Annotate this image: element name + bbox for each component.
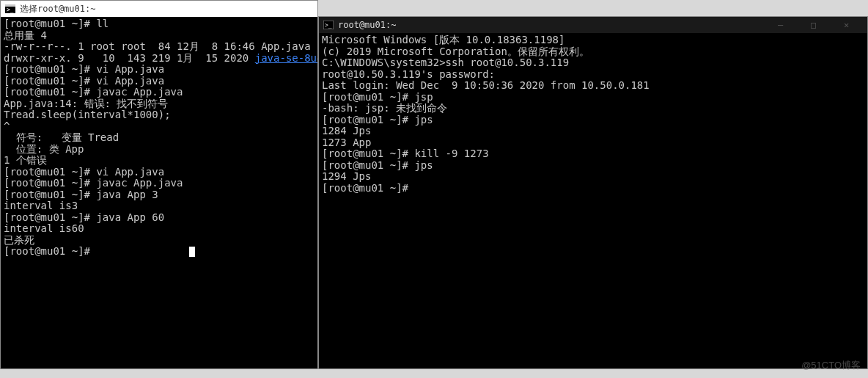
terminal-line: root@10.50.3.119's password: xyxy=(322,69,864,81)
terminal-window-left: >_ 选择root@mu01:~ [root@mu01 ~]# ll总用量 4-… xyxy=(0,0,318,369)
terminal-line: C:\WINDOWS\system32>ssh root@10.50.3.119 xyxy=(322,57,864,69)
minimize-button[interactable]: — xyxy=(764,17,797,33)
terminal-line: interval is60 xyxy=(4,223,315,235)
cmd-icon: >_ xyxy=(5,4,15,14)
terminal-text: [root@mu01 ~]# vi App.java xyxy=(4,166,164,178)
terminal-text: (c) 2019 Microsoft Corporation。保留所有权利。 xyxy=(322,46,589,57)
terminal-line: [root@mu01 ~]# vi App.java xyxy=(4,64,315,76)
terminal-text: [root@mu01 ~]# vi App.java xyxy=(4,75,164,87)
titlebar-right[interactable]: >_ root@mu01:~ — □ ✕ xyxy=(319,17,867,33)
terminal-text: 符号: 变量 Tread xyxy=(4,131,119,143)
terminal-text: [root@mu01 ~]# xyxy=(4,245,189,257)
cmd-icon: >_ xyxy=(323,20,334,30)
terminal-line: 位置: 类 App xyxy=(4,144,315,156)
terminal-text: 总用量 4 xyxy=(4,29,47,41)
terminal-line: [root@mu01 ~]# xyxy=(4,246,315,258)
terminal-line: [root@mu01 ~]# java App 60 xyxy=(4,212,315,224)
terminal-text: root@10.50.3.119's password: xyxy=(322,68,495,80)
terminal-window-right: >_ root@mu01:~ — □ ✕ Microsoft Windows [… xyxy=(318,16,868,369)
svg-text:>_: >_ xyxy=(7,7,14,13)
terminal-line: Microsoft Windows [版本 10.0.18363.1198] xyxy=(322,34,864,46)
watermark: @51CTO博客 xyxy=(801,359,861,372)
terminal-text: -bash: jsp: 未找到命令 xyxy=(322,102,447,114)
terminal-line: -bash: jsp: 未找到命令 xyxy=(322,103,864,115)
terminal-text: 已杀死 xyxy=(4,234,34,246)
terminal-text: C:\WINDOWS\system32>ssh root@10.50.3.119 xyxy=(322,57,569,68)
titlebar-left[interactable]: >_ 选择root@mu01:~ xyxy=(1,1,317,17)
terminal-text: [root@mu01 ~]# xyxy=(322,182,408,194)
terminal-line: [root@mu01 ~]# jps xyxy=(322,115,864,126)
terminal-line: 1 个错误 xyxy=(4,155,315,167)
window-title-right: root@mu01:~ xyxy=(338,20,764,30)
terminal-line: [root@mu01 ~]# javac App.java xyxy=(4,87,315,98)
terminal-text: App.java:14: 错误: 找不到符号 xyxy=(4,98,168,109)
terminal-line: 符号: 变量 Tread xyxy=(4,132,315,144)
terminal-text: interval is3 xyxy=(4,200,78,211)
terminal-text: 1273 App xyxy=(322,137,371,148)
terminal-line: 1284 Jps xyxy=(322,126,864,137)
terminal-body-left[interactable]: [root@mu01 ~]# ll总用量 4-rw-r--r--. 1 root… xyxy=(1,17,317,368)
terminal-line: [root@mu01 ~]# vi App.java xyxy=(4,76,315,87)
terminal-text: 1294 Jps xyxy=(322,170,371,182)
terminal-text: Microsoft Windows [版本 10.0.18363.1198] xyxy=(322,34,564,46)
terminal-text: -rw-r--r--. 1 root root 84 12月 8 16:46 A… xyxy=(4,40,311,52)
terminal-line: 总用量 4 xyxy=(4,30,315,42)
terminal-text: [root@mu01 ~]# jps xyxy=(322,159,433,171)
terminal-text: ^ xyxy=(4,120,10,132)
terminal-line: [root@mu01 ~]# kill -9 1273 xyxy=(322,148,864,160)
terminal-text: [root@mu01 ~]# javac App.java xyxy=(4,177,183,189)
window-title-left: 选择root@mu01:~ xyxy=(20,3,313,15)
terminal-line: 已杀死 xyxy=(4,235,315,247)
terminal-line: interval is3 xyxy=(4,200,315,212)
terminal-line: [root@mu01 ~]# vi App.java xyxy=(4,167,315,178)
terminal-line: [root@mu01 ~]# jsp xyxy=(322,92,864,103)
terminal-line: Tread.sleep(interval*1000); xyxy=(4,109,315,121)
close-button[interactable]: ✕ xyxy=(830,17,863,33)
terminal-line: [root@mu01 ~]# javac App.java xyxy=(4,178,315,189)
terminal-line: [root@mu01 ~]# jps xyxy=(322,160,864,172)
terminal-line: Last login: Wed Dec 9 10:50:36 2020 from… xyxy=(322,80,864,92)
terminal-text: [root@mu01 ~]# jps xyxy=(322,114,433,126)
cursor xyxy=(189,247,195,257)
window-controls: — □ ✕ xyxy=(764,17,863,33)
terminal-text: [root@mu01 ~]# javac App.java xyxy=(4,86,183,98)
terminal-text: [root@mu01 ~]# java App 60 xyxy=(4,211,164,223)
terminal-line: [root@mu01 ~]# ll xyxy=(4,18,315,30)
svg-text:>_: >_ xyxy=(325,22,332,29)
terminal-text: Last login: Wed Dec 9 10:50:36 2020 from… xyxy=(322,79,650,91)
terminal-line: ^ xyxy=(4,121,315,133)
terminal-text: drwxr-xr-x. 9 10 143 219 1月 15 2020 xyxy=(4,52,255,64)
terminal-line: [root@mu01 ~]# java App 3 xyxy=(4,189,315,201)
terminal-line: drwxr-xr-x. 9 10 143 219 1月 15 2020 java… xyxy=(4,53,315,65)
maximize-button[interactable]: □ xyxy=(797,17,830,33)
terminal-body-right[interactable]: Microsoft Windows [版本 10.0.18363.1198](c… xyxy=(319,33,867,368)
terminal-line: [root@mu01 ~]# xyxy=(322,183,864,195)
terminal-line: 1294 Jps xyxy=(322,171,864,183)
terminal-text: 位置: 类 App xyxy=(4,143,84,155)
terminal-line: 1273 App xyxy=(322,137,864,149)
terminal-line: (c) 2019 Microsoft Corporation。保留所有权利。 xyxy=(322,46,864,58)
terminal-text: 1 个错误 xyxy=(4,154,47,166)
terminal-text: [root@mu01 ~]# ll xyxy=(4,18,108,29)
terminal-link[interactable]: java-se-8u41-ri xyxy=(255,52,317,64)
terminal-text: [root@mu01 ~]# jsp xyxy=(322,91,433,103)
terminal-text: Tread.sleep(interval*1000); xyxy=(4,109,171,120)
terminal-text: [root@mu01 ~]# java App 3 xyxy=(4,189,158,200)
terminal-line: App.java:14: 错误: 找不到符号 xyxy=(4,98,315,110)
terminal-text: 1284 Jps xyxy=(322,125,371,137)
terminal-line: -rw-r--r--. 1 root root 84 12月 8 16:46 A… xyxy=(4,41,315,53)
terminal-text: [root@mu01 ~]# vi App.java xyxy=(4,63,164,75)
terminal-text: [root@mu01 ~]# kill -9 1273 xyxy=(322,148,489,159)
terminal-text: interval is60 xyxy=(4,222,84,234)
